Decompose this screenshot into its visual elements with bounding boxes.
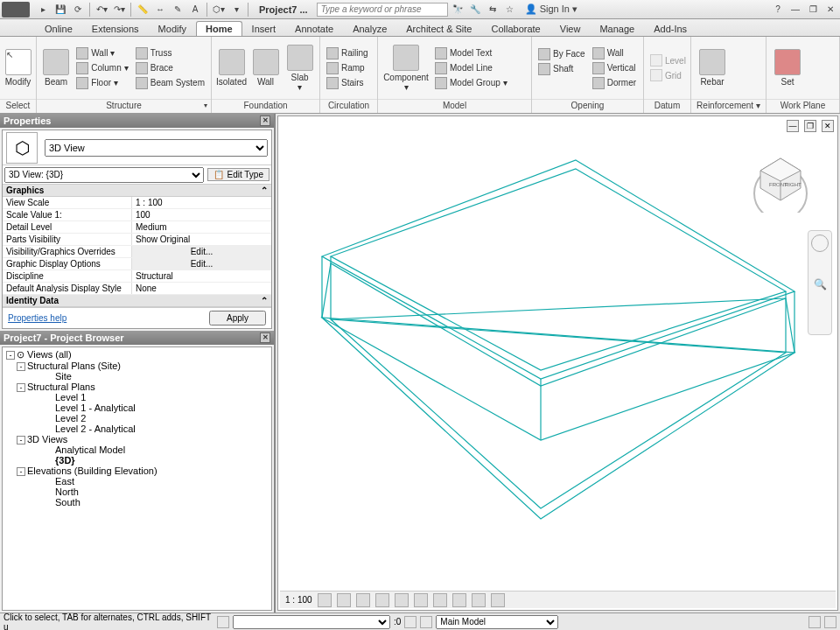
- open-wall-button[interactable]: Wall: [590, 46, 639, 60]
- tree-toggle[interactable]: -: [17, 383, 25, 392]
- brace-button[interactable]: Brace: [133, 61, 207, 75]
- workset-select[interactable]: Main Model: [436, 615, 558, 629]
- tree-toggle[interactable]: -: [17, 362, 25, 371]
- tab-extensions[interactable]: Extensions: [82, 21, 149, 36]
- tree-toggle[interactable]: -: [6, 351, 15, 360]
- tree-root[interactable]: Views (all): [27, 349, 72, 360]
- binoculars-icon[interactable]: 🔭: [450, 2, 466, 18]
- open-icon[interactable]: ▸: [35, 2, 51, 18]
- lock3d-icon[interactable]: [452, 593, 466, 607]
- favorite-icon[interactable]: ☆: [502, 2, 518, 18]
- rebar-button[interactable]: Rebar: [695, 42, 730, 94]
- tree-3d[interactable]: 3D Views: [27, 434, 67, 444]
- tab-online[interactable]: Online: [35, 21, 82, 36]
- tab-insert[interactable]: Insert: [242, 21, 286, 36]
- scale-value-field[interactable]: 100: [132, 209, 271, 220]
- render-icon[interactable]: [395, 593, 409, 607]
- wp-viewer-icon[interactable]: [807, 69, 819, 81]
- view-scale-field[interactable]: 1 : 100: [132, 197, 271, 208]
- filter-select[interactable]: [233, 615, 390, 629]
- status-r2-icon[interactable]: [824, 616, 836, 628]
- tab-architect[interactable]: Architect & Site: [396, 21, 481, 36]
- tree-toggle[interactable]: -: [17, 436, 25, 444]
- sun-icon[interactable]: [356, 593, 370, 607]
- isolated-button[interactable]: Isolated: [215, 42, 248, 94]
- view3d-icon[interactable]: ⬡▾: [211, 2, 227, 18]
- scale-label[interactable]: 1 : 100: [285, 595, 312, 605]
- modeltext-button[interactable]: Model Text: [432, 46, 510, 60]
- status-icon2[interactable]: [404, 616, 416, 628]
- set-button[interactable]: Set: [770, 42, 805, 94]
- section-icon[interactable]: ▾: [228, 2, 244, 18]
- tree-toggle[interactable]: -: [17, 467, 25, 476]
- wall-button[interactable]: Wall ▾: [74, 46, 130, 60]
- zoom-icon[interactable]: 🔍: [813, 278, 827, 292]
- beamsystem-button[interactable]: Beam System: [133, 76, 207, 90]
- crop-icon[interactable]: [414, 593, 428, 607]
- ramp-button[interactable]: Ramp: [324, 61, 371, 75]
- reveal-icon[interactable]: [491, 593, 505, 607]
- modify-button[interactable]: ↖Modify: [4, 42, 32, 94]
- gdo-edit-button[interactable]: Edit...: [132, 258, 271, 270]
- tree-sp[interactable]: Structural Plans: [27, 382, 95, 392]
- tab-collaborate[interactable]: Collaborate: [481, 21, 550, 36]
- browser-close-icon[interactable]: ✕: [260, 332, 270, 343]
- status-r1-icon[interactable]: [808, 616, 821, 628]
- type-selector[interactable]: 3D View: [45, 139, 268, 157]
- tree-l1[interactable]: Level 1: [55, 392, 86, 402]
- close-icon[interactable]: ✕: [822, 2, 838, 18]
- section-identity[interactable]: Identity Data⌃: [3, 295, 271, 307]
- key-icon[interactable]: 🔧: [467, 2, 483, 18]
- grid-button[interactable]: Grid: [648, 68, 689, 82]
- stairs-button[interactable]: Stairs: [324, 76, 371, 90]
- shadow-icon[interactable]: [375, 593, 389, 607]
- vertical-button[interactable]: Vertical: [590, 61, 639, 75]
- app-logo[interactable]: [2, 2, 30, 18]
- tab-home[interactable]: Home: [196, 21, 242, 36]
- search-input[interactable]: [317, 3, 448, 17]
- rebar-small-icon[interactable]: [732, 54, 744, 66]
- hide-icon[interactable]: [472, 593, 486, 607]
- tab-annotate[interactable]: Annotate: [285, 21, 343, 36]
- crop-show-icon[interactable]: [433, 593, 447, 607]
- drawing-canvas[interactable]: — ❐ ✕ FRONT RIGHT 🔍: [277, 116, 838, 611]
- tree-l1a[interactable]: Level 1 - Analytical: [55, 402, 136, 413]
- vg-edit-button[interactable]: Edit...: [132, 246, 271, 257]
- tab-view[interactable]: View: [550, 21, 591, 36]
- parts-vis-field[interactable]: Show Original: [132, 234, 271, 245]
- tree-site[interactable]: Site: [55, 371, 72, 382]
- railing-button[interactable]: Railing: [324, 46, 371, 60]
- component-button[interactable]: Component▾: [382, 42, 430, 94]
- level-button[interactable]: Level: [648, 53, 689, 67]
- properties-close-icon[interactable]: ✕: [260, 116, 270, 126]
- beam-button[interactable]: Beam: [40, 42, 72, 94]
- shaft-button[interactable]: Shaft: [536, 62, 588, 76]
- properties-help-link[interactable]: Properties help: [8, 313, 66, 323]
- wp-show-icon[interactable]: [807, 54, 819, 66]
- tree-spsite[interactable]: Structural Plans (Site): [27, 360, 121, 371]
- detail-level-field[interactable]: Medium: [132, 221, 271, 233]
- apply-button[interactable]: Apply: [209, 311, 266, 326]
- detail-icon[interactable]: [318, 593, 332, 607]
- rebar-small2-icon[interactable]: [732, 69, 744, 81]
- tab-manage[interactable]: Manage: [590, 21, 644, 36]
- visual-style-icon[interactable]: [337, 593, 351, 607]
- help-icon[interactable]: ?: [770, 2, 786, 18]
- byface-button[interactable]: By Face: [536, 47, 588, 61]
- discipline-field[interactable]: Structural: [132, 270, 271, 282]
- modelgroup-button[interactable]: Model Group ▾: [432, 76, 510, 90]
- tab-addins[interactable]: Add-Ins: [644, 21, 696, 36]
- edit-type-button[interactable]: 📋 Edit Type: [207, 168, 270, 181]
- minimize-icon[interactable]: —: [788, 2, 803, 18]
- column-button[interactable]: Column ▾: [74, 61, 130, 75]
- fnd-wall-button[interactable]: Wall: [249, 42, 282, 94]
- status-icon[interactable]: [217, 616, 229, 628]
- save-icon[interactable]: 💾: [52, 2, 68, 18]
- dormer-button[interactable]: Dormer: [590, 76, 639, 90]
- measure-icon[interactable]: 📏: [135, 2, 150, 18]
- text-icon[interactable]: A: [187, 2, 203, 18]
- dim-icon[interactable]: ↔: [152, 2, 168, 18]
- signin-link[interactable]: 👤 Sign In ▾: [520, 4, 583, 15]
- section-graphics[interactable]: Graphics⌃: [3, 185, 271, 197]
- floor-button[interactable]: Floor ▾: [74, 76, 130, 90]
